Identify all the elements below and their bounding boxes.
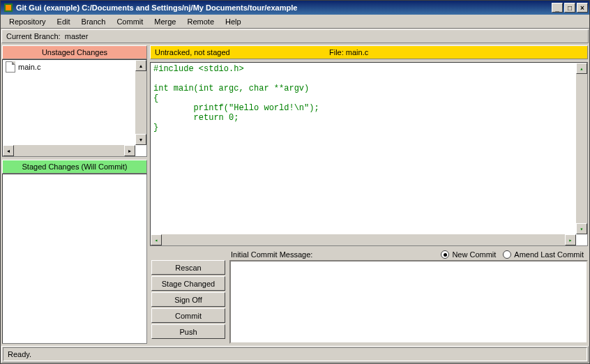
unstaged-header: Unstaged Changes [2,45,147,59]
list-item[interactable]: main.c [3,60,146,74]
radio-new-label: New Commit [452,250,496,259]
scroll-left-icon[interactable]: ◂ [3,145,14,156]
vertical-scrollbar[interactable]: ▴ ▾ [135,60,146,145]
scroll-up-icon[interactable]: ▴ [576,63,587,74]
right-column: Untracked, not staged File: main.c #incl… [150,45,588,344]
radio-amend-commit[interactable]: Amend Last Commit [503,250,584,259]
diff-viewer[interactable]: #include <stdio.h> int main(int argc, ch… [150,62,588,246]
file-icon [6,61,15,73]
svg-rect-1 [6,5,11,10]
branch-name: master [65,32,89,40]
app-icon [3,3,13,13]
menu-help[interactable]: Help [220,16,247,27]
diff-content: #include <stdio.h> int main(int argc, ch… [153,64,319,132]
commit-area: Initial Commit Message: New Commit Amend… [150,249,588,344]
push-button[interactable]: Push [151,324,225,339]
radio-dot-icon [441,250,449,259]
unstaged-file-list[interactable]: main.c ▴ ▾ ◂ ▸ [2,59,147,157]
file-name: main.c [18,63,40,71]
diff-vertical-scrollbar[interactable]: ▴ ▾ [576,63,587,234]
menu-bar: Repository Edit Branch Commit Merge Remo… [1,15,589,29]
menu-edit[interactable]: Edit [52,16,76,27]
minimize-button[interactable]: _ [552,3,563,13]
maximize-button[interactable]: □ [564,3,575,13]
main-split: Unstaged Changes main.c ▴ ▾ ◂ ▸ Staged C… [1,44,589,345]
window-controls: _ □ × [550,3,588,13]
radio-new-commit[interactable]: New Commit [441,250,496,259]
menu-branch[interactable]: Branch [76,16,112,27]
diff-file-label: File: [329,48,344,56]
horizontal-scrollbar[interactable]: ◂ ▸ [3,145,135,156]
scroll-left-icon[interactable]: ◂ [151,234,162,245]
diff-status: Untracked, not staged [155,48,329,56]
commit-message-input[interactable] [229,260,588,344]
branch-row: Current Branch: master [1,29,589,43]
scroll-up-icon[interactable]: ▴ [135,60,146,71]
branch-label: Current Branch: [6,32,61,40]
radio-amend-label: Amend Last Commit [514,250,584,259]
commit-button[interactable]: Commit [151,308,225,323]
scroll-down-icon[interactable]: ▾ [576,223,587,234]
window-title: Git Gui (example) C:/Documents and Setti… [16,3,550,12]
staged-header: Staged Changes (Will Commit) [2,160,147,174]
diff-file-name: main.c [346,48,368,56]
status-bar: Ready. [3,347,587,361]
staged-file-list[interactable] [2,174,147,344]
diff-horizontal-scrollbar[interactable]: ◂ ▸ [151,234,576,245]
menu-commit[interactable]: Commit [111,16,149,27]
sign-off-button[interactable]: Sign Off [151,292,225,307]
title-bar: Git Gui (example) C:/Documents and Setti… [1,1,589,15]
status-bar-frame: Ready. [1,346,589,363]
commit-msg-label: Initial Commit Message: [231,250,312,259]
scroll-down-icon[interactable]: ▾ [135,134,146,145]
action-button-column: Rescan Stage Changed Sign Off Commit Pus… [150,260,227,344]
menu-merge[interactable]: Merge [149,16,181,27]
radio-dot-icon [503,250,511,259]
stage-changed-button[interactable]: Stage Changed [151,276,225,291]
menu-repository[interactable]: Repository [3,16,52,27]
menu-remote[interactable]: Remote [181,16,220,27]
close-button[interactable]: × [577,3,588,13]
scroll-right-icon[interactable]: ▸ [565,234,576,245]
diff-header: Untracked, not staged File: main.c [150,45,588,59]
left-column: Unstaged Changes main.c ▴ ▾ ◂ ▸ Staged C… [2,45,147,344]
rescan-button[interactable]: Rescan [151,260,225,275]
scroll-right-icon[interactable]: ▸ [124,145,135,156]
commit-header-row: Initial Commit Message: New Commit Amend… [150,249,588,260]
